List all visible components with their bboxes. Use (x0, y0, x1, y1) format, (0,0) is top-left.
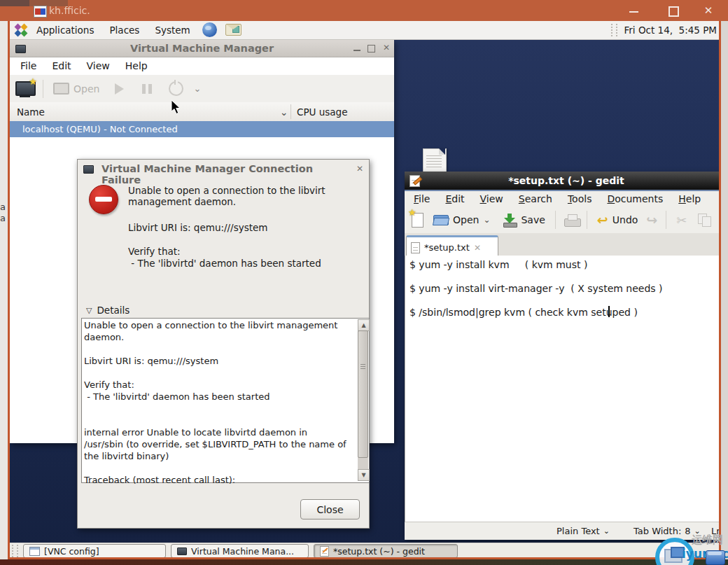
frame-right-strip[interactable] (721, 20, 728, 559)
gedit-menu-tools[interactable]: Tools (560, 193, 600, 204)
gedit-menu-help[interactable]: Help (671, 193, 708, 204)
menu-places[interactable]: Places (102, 20, 147, 39)
gedit-menu-edit[interactable]: Edit (438, 193, 472, 204)
vnc-app-icon (34, 6, 47, 18)
vmm-app-icon (15, 45, 26, 53)
gedit-titlebar[interactable]: *setup.txt (~) - gedit (405, 172, 728, 190)
mail-icon[interactable] (225, 24, 241, 36)
details-label: Details (97, 305, 130, 316)
col-cpu-usage[interactable]: CPU usage (297, 106, 347, 118)
distro-menu-icon[interactable] (13, 22, 29, 38)
dialog-close-icon[interactable]: ✕ (356, 164, 363, 174)
gedit-menu-file[interactable]: File (406, 193, 438, 204)
details-textview[interactable]: Unable to open a connection to the libvi… (81, 318, 370, 483)
vmm-maximize-button[interactable] (368, 45, 375, 53)
scroll-thumb[interactable] (358, 330, 368, 458)
details-expander[interactable]: ▽ Details (86, 305, 130, 316)
gedit-toolbar: ★ Open ⌄ Save (405, 207, 728, 233)
gedit-menu-documents[interactable]: Documents (599, 193, 671, 204)
task-vnc-config[interactable]: [VNC config] (23, 544, 166, 558)
dialog-verify: Verify that: (128, 246, 181, 257)
details-scrollbar[interactable]: ▲ ▼ (358, 319, 368, 481)
gedit-menubar: File Edit View Search Tools Documents He… (406, 191, 725, 207)
print-button[interactable] (564, 214, 581, 226)
gedit-app-icon (410, 175, 420, 187)
save-button[interactable]: Save (503, 214, 545, 227)
frame-close-button[interactable]: ✕ (701, 6, 715, 17)
task-virtual-machine-manager[interactable]: Virtual Machine Mana... (171, 544, 309, 558)
tab-setup-txt[interactable]: *setup.txt ✕ (406, 235, 498, 258)
undo-arrow-icon: ↩ (597, 212, 608, 228)
watermark-cn-text: 运维网 (692, 533, 723, 547)
frame-minimize-button[interactable] (626, 6, 640, 17)
scroll-down-button[interactable]: ▼ (358, 469, 370, 481)
gedit-window-title: *setup.txt (~) - gedit (405, 172, 728, 190)
language-chevron-icon: ⌄ (603, 526, 610, 536)
save-button-label: Save (521, 214, 545, 225)
text-cursor (608, 306, 610, 317)
watermark: 运维网 iyunv.com (651, 532, 728, 565)
error-icon (89, 185, 118, 214)
copy-button[interactable] (698, 214, 712, 226)
vmm-window-title: Virtual Machine Manager (10, 40, 394, 57)
language-selector[interactable]: Plain Text ⌄ (556, 526, 610, 536)
gedit-text-area[interactable]: $ yum -y install kvm ( kvm must ) $ yum … (405, 256, 728, 522)
save-icon (503, 214, 517, 227)
open-button-label: Open (453, 214, 479, 225)
new-document-button[interactable]: ★ (411, 212, 424, 228)
web-browser-icon[interactable] (202, 22, 217, 37)
details-text: Unable to open a connection to the libvi… (84, 319, 347, 486)
sort-chevron-icon[interactable]: ⌄ (280, 106, 288, 118)
vmm-titlebar[interactable]: Virtual Machine Manager ✕ (10, 40, 394, 57)
file-lines (426, 153, 442, 169)
vmm-host-row[interactable]: localhost (QEMU) - Not Connected (10, 121, 394, 137)
text-line-3: $ /sbin/lsmod|grep kvm ( check kvm setup… (410, 307, 638, 318)
vmm-menu-file[interactable]: File (13, 60, 44, 71)
cut-button[interactable]: ✂ (676, 213, 687, 228)
dialog-close-button[interactable]: Close (300, 499, 360, 519)
gedit-menu-view[interactable]: View (472, 193, 511, 204)
open-button[interactable]: Open ⌄ (433, 214, 490, 225)
frame-left-strip: a a (0, 20, 8, 559)
vmm-toolbar: ★ Open ⌄ (10, 75, 394, 103)
gedit-menu-search[interactable]: Search (511, 193, 560, 204)
redo-button[interactable]: ↪ (646, 212, 657, 228)
run-vm-button[interactable] (115, 83, 124, 95)
vnc-viewer-titlebar[interactable]: kh.fficic. ✕ (0, 0, 728, 21)
menu-applications[interactable]: Applications (29, 20, 102, 39)
content-border-right (719, 20, 721, 559)
undo-button[interactable]: ↩ Undo (597, 212, 638, 228)
titlebar-artifact (0, 0, 29, 6)
thumb-grip (360, 364, 365, 370)
gnome-panel: Applications Places System Fri Oct 14, 5… (8, 20, 721, 40)
open-vm-button[interactable]: Open (53, 83, 99, 95)
new-vm-button[interactable]: ★ (15, 81, 34, 96)
pause-vm-button[interactable] (142, 84, 152, 94)
vmm-menu-view[interactable]: View (79, 60, 118, 71)
dialog-message: Unable to open a connection to the libvi… (128, 185, 360, 207)
vmm-menu-edit[interactable]: Edit (44, 60, 78, 71)
vmm-menubar: File Edit View Help (13, 57, 391, 75)
vmm-menu-help[interactable]: Help (118, 60, 155, 71)
dialog-uri: Libvirt URI is: qemu:///system (128, 222, 267, 233)
menu-system[interactable]: System (147, 20, 197, 39)
panel-clock[interactable]: Fri Oct 14, 5:45 PM (624, 25, 717, 36)
task-gedit[interactable]: *setup.txt (~) - gedit (314, 544, 458, 558)
vmm-host-row-label: localhost (QEMU) - Not Connected (22, 124, 178, 134)
panel-drag-handle[interactable] (12, 545, 18, 557)
col-name[interactable]: Name (17, 106, 45, 118)
desktop-file-icon[interactable] (423, 148, 445, 174)
tab-label: *setup.txt (424, 242, 470, 253)
close-button-label: Close (316, 504, 343, 515)
scroll-up-button[interactable]: ▲ (358, 319, 370, 331)
monitor-stand (20, 95, 30, 97)
shutdown-menu-chevron[interactable]: ⌄ (193, 83, 201, 94)
tab-close-icon[interactable]: ✕ (474, 243, 481, 253)
vmm-minimize-button[interactable] (354, 50, 360, 51)
clock-drag-handle[interactable] (611, 24, 617, 36)
shutdown-vm-button[interactable] (169, 81, 183, 96)
vmm-close-button[interactable]: ✕ (383, 43, 390, 53)
frame-maximize-button[interactable] (666, 6, 680, 17)
star-icon: ★ (408, 207, 416, 218)
watermark-cube-icon (706, 550, 725, 565)
